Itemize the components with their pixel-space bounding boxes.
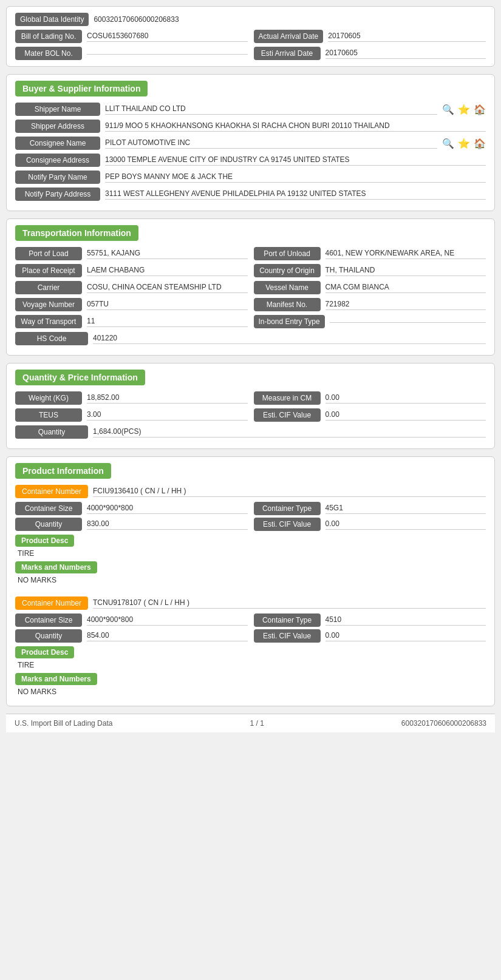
container-1-marks-label: Marks and Numbers <box>15 561 97 573</box>
port-unload-half: Port of Unload 4601, NEW YORK/NEWARK ARE… <box>254 247 486 260</box>
container-1-marks-value: NO MARKS <box>15 576 486 584</box>
container-2-type-value: 4510 <box>325 615 486 626</box>
manifest-label: Manifest No. <box>254 298 321 311</box>
footer-right: 600320170606000206833 <box>401 719 486 728</box>
container-1-type-half: Container Type 45G1 <box>254 502 486 515</box>
weight-label: Weight (KG) <box>15 391 82 405</box>
container-1-qty-label: Quantity <box>15 518 82 531</box>
container-1-qty-cif-row: Quantity 830.00 Esti. CIF Value 0.00 <box>15 518 486 531</box>
measure-half: Measure in CM 0.00 <box>254 391 486 405</box>
esti-cif-half: Esti. CIF Value 0.00 <box>254 408 486 422</box>
consignee-home-icon[interactable]: 🏠 <box>474 138 486 149</box>
esti-arrival-label: Esti Arrival Date <box>254 47 321 60</box>
port-row: Port of Load 55751, KAJANG Port of Unloa… <box>15 247 486 260</box>
footer-center: 1 / 1 <box>250 719 264 728</box>
master-right: Esti Arrival Date 20170605 <box>254 47 486 60</box>
teus-half: TEUS 3.00 <box>15 408 248 422</box>
port-load-half: Port of Load 55751, KAJANG <box>15 247 248 260</box>
place-receipt-label: Place of Receipt <box>15 264 82 277</box>
container-1-number-value: FCIU9136410 ( CN / L / HH ) <box>93 487 486 497</box>
container-1-cif-half: Esti. CIF Value 0.00 <box>254 518 486 531</box>
shipper-star-icon[interactable]: ⭐ <box>458 104 470 115</box>
bol-right: Actual Arrival Date 20170605 <box>254 30 486 43</box>
way-transport-label: Way of Transport <box>15 315 82 328</box>
esti-cif-label: Esti. CIF Value <box>254 408 321 422</box>
product-info-title: Product Information <box>15 463 111 479</box>
container-2-qty-cif-row: Quantity 854.00 Esti. CIF Value 0.00 <box>15 629 486 643</box>
consignee-addr-row: Consignee Address 13000 TEMPLE AVENUE CI… <box>15 154 486 167</box>
carrier-vessel-row: Carrier COSU, CHINA OCEAN STEAMSHIP LTD … <box>15 281 486 294</box>
way-inbond-row: Way of Transport 11 In-bond Entry Type <box>15 315 486 328</box>
global-data-value: 600320170606000206833 <box>94 15 179 24</box>
container-1-desc-block: Product Desc TIRE <box>15 535 486 558</box>
container-1-block: Container Number FCIU9136410 ( CN / L / … <box>15 485 486 584</box>
master-bol-label: Mater BOL No. <box>15 47 82 60</box>
shipper-home-icon[interactable]: 🏠 <box>474 104 486 115</box>
container-1-type-value: 45G1 <box>325 504 486 514</box>
container-2-desc-value: TIRE <box>15 661 486 669</box>
notify-name-value: PEP BOYS MANNY MOE & JACK THE <box>105 172 486 183</box>
container-2-cif-value: 0.00 <box>325 631 486 641</box>
consignee-icons: 🔍 ⭐ 🏠 <box>442 138 486 149</box>
voyage-value: 057TU <box>87 300 248 310</box>
container-2-number-value: TCNU9178107 ( CN / L / HH ) <box>93 598 486 609</box>
hs-value: 401220 <box>93 334 486 344</box>
shipper-addr-label: Shipper Address <box>15 120 100 133</box>
product-info-header: Product Information <box>15 463 486 485</box>
consignee-name-label: Consignee Name <box>15 137 100 150</box>
container-2-type-half: Container Type 4510 <box>254 613 486 627</box>
container-1-cif-label: Esti. CIF Value <box>254 518 321 531</box>
port-unload-label: Port of Unload <box>254 247 321 260</box>
global-data-label: Global Data Identity <box>15 13 89 26</box>
shipper-addr-value: 911/9 MOO 5 KHAOKHANSONG KHAOKHA SI RACH… <box>105 121 486 132</box>
place-receipt-half: Place of Receipt LAEM CHABANG <box>15 264 248 277</box>
master-row: Mater BOL No. Esti Arrival Date 20170605 <box>15 47 486 60</box>
container-1-marks-block: Marks and Numbers NO MARKS <box>15 561 486 584</box>
container-2-size-type-row: Container Size 4000*900*800 Container Ty… <box>15 613 486 627</box>
container-divider <box>15 588 486 596</box>
notify-name-row: Notify Party Name PEP BOYS MANNY MOE & J… <box>15 171 486 184</box>
esti-cif-value: 0.00 <box>325 410 486 421</box>
shipper-search-icon[interactable]: 🔍 <box>442 104 454 115</box>
buyer-supplier-header: Buyer & Supplier Information <box>15 81 486 103</box>
teus-label: TEUS <box>15 408 82 422</box>
receipt-country-row: Place of Receipt LAEM CHABANG Country of… <box>15 264 486 277</box>
transportation-title: Transportation Information <box>15 225 138 241</box>
port-unload-value: 4601, NEW YORK/NEWARK AREA, NE <box>325 249 486 259</box>
port-load-value: 55751, KAJANG <box>87 249 248 259</box>
way-transport-value: 11 <box>87 317 248 327</box>
carrier-label: Carrier <box>15 281 82 294</box>
container-2-qty-value: 854.00 <box>87 631 248 641</box>
transportation-card: Transportation Information Port of Load … <box>6 218 495 356</box>
voyage-half: Voyage Number 057TU <box>15 298 248 311</box>
measure-value: 0.00 <box>325 393 486 404</box>
inbond-value <box>330 321 486 323</box>
page-footer: U.S. Import Bill of Lading Data 1 / 1 60… <box>6 714 495 732</box>
container-2-size-label: Container Size <box>15 613 82 627</box>
shipper-icons: 🔍 ⭐ 🏠 <box>442 104 486 115</box>
weight-measure-row: Weight (KG) 18,852.00 Measure in CM 0.00 <box>15 391 486 405</box>
country-origin-value: TH, THAILAND <box>325 266 486 276</box>
consignee-star-icon[interactable]: ⭐ <box>458 138 470 149</box>
country-origin-half: Country of Origin TH, THAILAND <box>254 264 486 277</box>
container-1-number-label: Container Number <box>15 485 88 498</box>
consignee-name-value: PILOT AUTOMOTIVE INC <box>105 138 437 149</box>
shipper-name-value: LLIT THAILAND CO LTD <box>105 104 437 115</box>
container-2-number-label: Container Number <box>15 596 88 610</box>
container-2-number-row: Container Number TCNU9178107 ( CN / L / … <box>15 596 486 610</box>
container-2-size-value: 4000*900*800 <box>87 615 248 626</box>
container-1-size-type-row: Container Size 4000*900*800 Container Ty… <box>15 502 486 515</box>
buyer-supplier-title: Buyer & Supplier Information <box>15 81 148 96</box>
shipper-addr-row: Shipper Address 911/9 MOO 5 KHAOKHANSONG… <box>15 120 486 133</box>
container-2-type-label: Container Type <box>254 613 321 627</box>
container-2-block: Container Number TCNU9178107 ( CN / L / … <box>15 596 486 696</box>
way-transport-half: Way of Transport 11 <box>15 315 248 328</box>
consignee-search-icon[interactable]: 🔍 <box>442 138 454 149</box>
hs-row: HS Code 401220 <box>15 332 486 345</box>
bol-value: COSU6153607680 <box>87 32 248 42</box>
container-2-cif-label: Esti. CIF Value <box>254 629 321 643</box>
shipper-name-row: Shipper Name LLIT THAILAND CO LTD 🔍 ⭐ 🏠 <box>15 103 486 116</box>
country-origin-label: Country of Origin <box>254 264 321 277</box>
page: Global Data Identity 6003201706060002068… <box>0 0 501 738</box>
container-1-size-label: Container Size <box>15 502 82 515</box>
